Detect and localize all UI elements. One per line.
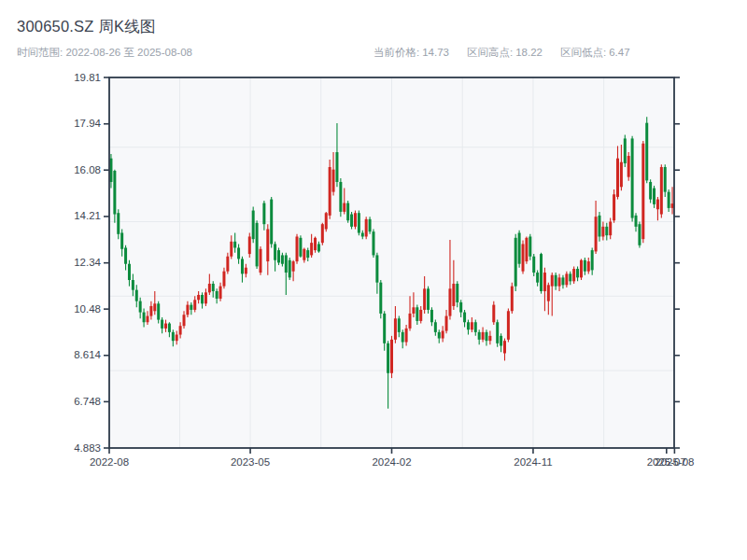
candle-body bbox=[445, 316, 448, 331]
candle-body bbox=[569, 273, 571, 281]
candle-body bbox=[536, 273, 539, 283]
candle-body bbox=[379, 283, 382, 314]
candle-body bbox=[427, 288, 430, 310]
candle-body bbox=[128, 264, 131, 280]
y-tick-label: 8.614 bbox=[74, 349, 101, 360]
candle-body bbox=[587, 261, 590, 272]
candle-body bbox=[193, 300, 196, 310]
candle-body bbox=[565, 273, 568, 285]
candle-body bbox=[306, 250, 309, 258]
page-title: 300650.SZ 周K线图 bbox=[17, 17, 156, 37]
current-price-label: 当前价格: bbox=[374, 47, 419, 58]
candle-body bbox=[660, 167, 663, 215]
candle-body bbox=[335, 152, 338, 182]
candle-body bbox=[270, 200, 273, 245]
candle-body bbox=[405, 329, 408, 343]
candle-body bbox=[139, 301, 142, 313]
y-tick-label: 12.34 bbox=[74, 257, 101, 268]
candle-body bbox=[325, 213, 328, 229]
candle-body bbox=[496, 322, 499, 343]
y-tick-label: 6.748 bbox=[74, 396, 101, 407]
candle-body bbox=[529, 236, 531, 256]
candle-body bbox=[580, 260, 583, 278]
candle-body bbox=[463, 313, 466, 323]
candle-body bbox=[230, 242, 233, 257]
candle-body bbox=[117, 213, 120, 234]
candle-body bbox=[522, 244, 525, 271]
candle-body bbox=[369, 219, 372, 231]
candle-body bbox=[488, 336, 491, 341]
candle-body bbox=[375, 255, 378, 282]
x-tick-label: 2022-08 bbox=[90, 456, 129, 468]
candle-body bbox=[598, 216, 600, 237]
candle-body bbox=[474, 322, 477, 332]
candle-body bbox=[245, 268, 247, 274]
candle-body bbox=[503, 341, 506, 353]
candle-body bbox=[518, 232, 521, 263]
candle-body bbox=[153, 303, 156, 311]
candle-body bbox=[296, 236, 299, 261]
candle-body bbox=[164, 324, 167, 329]
candle-body bbox=[281, 255, 284, 263]
candle-body bbox=[190, 305, 192, 310]
candle-body bbox=[299, 238, 302, 257]
y-tick-label: 4.883 bbox=[74, 442, 101, 454]
candle-body bbox=[616, 159, 619, 197]
range-low-label: 区间低点: bbox=[560, 47, 606, 58]
candle-body bbox=[172, 332, 175, 341]
y-tick-label: 14.21 bbox=[74, 210, 101, 221]
candle-body bbox=[321, 224, 324, 243]
stats-bar: 当前价格:14.73 区间高点:18.22 区间低点:6.47 bbox=[371, 46, 630, 60]
candle-body bbox=[310, 243, 313, 255]
candle-body bbox=[540, 254, 543, 291]
candle-body bbox=[438, 332, 441, 339]
candle-body bbox=[179, 326, 182, 334]
candle-body bbox=[402, 332, 404, 343]
candle-body bbox=[558, 277, 561, 286]
range-high-label: 区间高点: bbox=[467, 47, 513, 58]
candle-body bbox=[671, 203, 674, 208]
candle-body bbox=[226, 257, 229, 272]
current-price-value: 14.73 bbox=[422, 47, 449, 58]
candle-body bbox=[222, 272, 225, 287]
candle-body bbox=[500, 336, 502, 346]
candle-body bbox=[601, 227, 604, 237]
candle-body bbox=[645, 123, 648, 181]
candle-body bbox=[124, 247, 127, 263]
range-low-value: 6.47 bbox=[609, 47, 629, 58]
candle-body bbox=[168, 324, 171, 332]
candle-body bbox=[358, 213, 360, 232]
candle-body bbox=[613, 194, 615, 220]
candle-body bbox=[339, 182, 342, 212]
candle-body bbox=[113, 171, 116, 215]
candle-body bbox=[329, 167, 331, 216]
candle-body bbox=[277, 250, 280, 262]
candle-body bbox=[448, 288, 451, 315]
candle-body bbox=[442, 331, 444, 339]
candle-body bbox=[109, 159, 112, 182]
candle-body bbox=[354, 213, 357, 227]
candle-body bbox=[627, 156, 630, 177]
candle-body bbox=[668, 192, 670, 208]
y-tick-label: 19.81 bbox=[74, 72, 101, 83]
candle-body bbox=[365, 219, 368, 237]
candle-body bbox=[204, 292, 207, 303]
kline-page: 300650.SZ 周K线图 时间范围: 2022-08-26 至 2025-0… bbox=[0, 0, 747, 560]
candle-body bbox=[482, 332, 485, 340]
candle-body bbox=[459, 302, 462, 313]
candle-body bbox=[176, 335, 178, 342]
candle-body bbox=[641, 144, 644, 239]
candle-body bbox=[289, 260, 291, 278]
current-price-stat: 当前价格:14.73 bbox=[371, 46, 449, 60]
y-tick-label: 10.48 bbox=[74, 303, 101, 315]
candle-body bbox=[631, 138, 634, 217]
candle-body bbox=[314, 238, 317, 250]
candle-body bbox=[387, 343, 389, 373]
candle-body bbox=[572, 269, 575, 281]
candle-body bbox=[555, 275, 557, 287]
x-tick-label: 2023-05 bbox=[231, 456, 270, 468]
candle-body bbox=[609, 222, 612, 236]
candle-body bbox=[416, 307, 418, 321]
candle-body bbox=[346, 203, 349, 221]
y-tick-label: 17.94 bbox=[74, 118, 101, 129]
